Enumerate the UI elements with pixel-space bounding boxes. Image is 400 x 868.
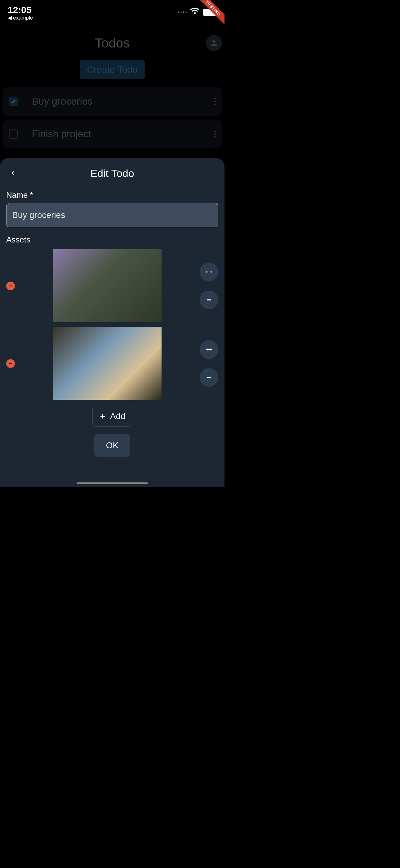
- plus-icon: [99, 412, 106, 420]
- assets-label: Assets: [6, 235, 218, 245]
- minus-icon: [8, 283, 13, 288]
- swap-icon: [205, 268, 213, 276]
- delete-asset-button[interactable]: [200, 290, 218, 309]
- status-time: 12:05: [8, 5, 33, 15]
- back-triangle-icon: ◀: [8, 14, 12, 21]
- edit-modal: Edit Todo Name * Assets: [0, 158, 225, 487]
- name-input[interactable]: [6, 203, 218, 227]
- swap-asset-button[interactable]: [200, 340, 218, 359]
- modal-title: Edit Todo: [90, 167, 134, 180]
- ok-button[interactable]: OK: [94, 434, 130, 457]
- chevron-left-icon: [9, 169, 17, 177]
- status-back-app[interactable]: ◀ example: [8, 14, 33, 21]
- wifi-icon: [190, 7, 199, 17]
- remove-asset-button[interactable]: [6, 359, 15, 368]
- delete-asset-button[interactable]: [200, 368, 218, 387]
- minus-circle-icon: [205, 296, 213, 304]
- asset-image[interactable]: [53, 327, 162, 400]
- home-indicator[interactable]: [76, 483, 148, 484]
- swap-asset-button[interactable]: [200, 262, 218, 281]
- add-asset-button[interactable]: Add: [92, 406, 132, 427]
- asset-row: [6, 249, 218, 322]
- minus-circle-icon: [205, 373, 213, 381]
- asset-image[interactable]: [53, 249, 162, 322]
- dynamic-island: [80, 5, 145, 25]
- swap-icon: [205, 345, 213, 353]
- signal-dots-icon: [178, 11, 187, 13]
- asset-row: [6, 327, 218, 400]
- back-button[interactable]: [9, 169, 17, 178]
- minus-icon: [8, 361, 13, 366]
- remove-asset-button[interactable]: [6, 282, 15, 290]
- name-label: Name *: [6, 190, 218, 200]
